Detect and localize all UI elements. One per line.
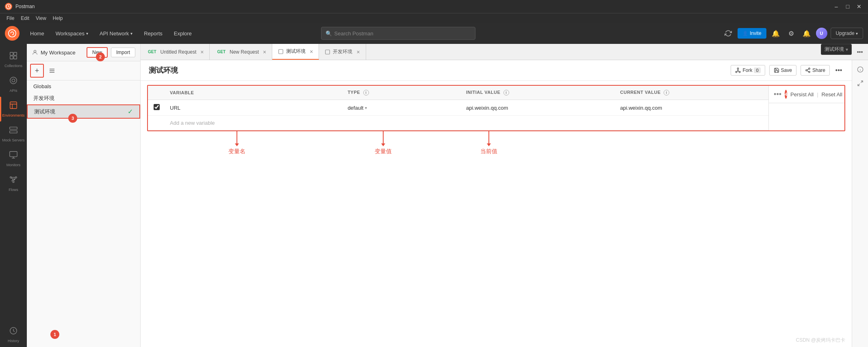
row-checkbox-cell[interactable] bbox=[148, 100, 164, 116]
mock-servers-label: Mock Servers bbox=[2, 138, 24, 142]
sidebar-item-environments[interactable]: Environments bbox=[0, 97, 27, 121]
workspaces-button[interactable]: Workspaces ▾ bbox=[52, 28, 92, 39]
settings-icon[interactable]: ⚙ bbox=[785, 27, 797, 39]
row-checkbox[interactable] bbox=[154, 104, 160, 110]
search-box[interactable]: 🔍 Search Postman bbox=[321, 27, 475, 40]
row-actions-more[interactable]: ••• bbox=[774, 90, 781, 99]
var-val-label: 变量值 bbox=[375, 148, 392, 155]
th-variable: VARIABLE bbox=[164, 86, 342, 100]
tab-label-test-env: 测试环境 bbox=[286, 48, 306, 55]
env-selector-arrow[interactable]: ▾ bbox=[846, 47, 848, 52]
sidebar-item-mock-servers[interactable]: Mock Servers bbox=[0, 121, 27, 146]
user-avatar[interactable]: U bbox=[816, 28, 827, 39]
tab-method-get2: GET bbox=[215, 49, 227, 55]
notification-icon[interactable]: 🔔 bbox=[801, 27, 813, 39]
toolbar-right: 👤 Invite 🔔 ⚙ 🔔 U Upgrade ▾ bbox=[722, 27, 863, 39]
tab-dev-env[interactable]: 开发环境 × bbox=[319, 44, 366, 60]
th-current-value: CURRENT VALUE i bbox=[614, 86, 768, 100]
reset-all-button[interactable]: Reset All bbox=[822, 91, 842, 98]
close-button[interactable]: ✕ bbox=[855, 2, 863, 11]
type-info-icon[interactable]: i bbox=[363, 90, 369, 95]
svg-point-15 bbox=[13, 181, 14, 183]
reports-button[interactable]: Reports bbox=[140, 28, 167, 39]
tab-label-dev-env: 开发环境 bbox=[333, 48, 352, 55]
right-panel-info-button[interactable] bbox=[854, 63, 866, 76]
env-item-develop[interactable]: 开发环境 bbox=[27, 92, 140, 104]
fork-count: 0 bbox=[754, 67, 760, 73]
menubar: File Edit View Help bbox=[0, 13, 868, 23]
minimize-button[interactable]: – bbox=[832, 2, 840, 11]
menu-file[interactable]: File bbox=[3, 13, 17, 23]
env-table-outer: VARIABLE TYPE i INITIAL VALUE bbox=[147, 85, 845, 131]
svg-line-34 bbox=[861, 81, 863, 83]
svg-rect-21 bbox=[279, 49, 283, 54]
menu-edit[interactable]: Edit bbox=[17, 13, 33, 23]
add-variable-row[interactable]: Add a new variable bbox=[148, 116, 768, 130]
api-network-button[interactable]: API Network ▾ bbox=[95, 28, 137, 39]
explore-button[interactable]: Explore bbox=[170, 28, 196, 39]
activity-bar: Collections APIs Environments Mock Serve… bbox=[0, 44, 27, 347]
menu-view[interactable]: View bbox=[33, 13, 50, 23]
invite-button[interactable]: 👤 Invite bbox=[738, 28, 766, 39]
menu-help[interactable]: Help bbox=[50, 13, 66, 23]
search-container: 🔍 Search Postman bbox=[321, 27, 475, 40]
sidebar: My Workspace New Import 2 + Globals 开发环境 bbox=[27, 44, 141, 347]
sidebar-item-history[interactable]: History bbox=[0, 322, 27, 347]
env-more-button[interactable]: ••• bbox=[834, 65, 844, 75]
list-view-button[interactable] bbox=[46, 65, 58, 76]
flows-label: Flows bbox=[9, 188, 18, 192]
fork-button[interactable]: Fork 0 bbox=[731, 65, 765, 76]
persist-all-button[interactable]: Persist All bbox=[790, 91, 814, 98]
workspace-label: My Workspace bbox=[32, 49, 83, 56]
add-env-button[interactable]: + bbox=[31, 65, 43, 76]
type-select[interactable]: default ▾ bbox=[347, 105, 455, 111]
tab-new-request[interactable]: GET New Request × bbox=[210, 44, 272, 60]
row-current-value-cell[interactable]: api.weixin.qq.com bbox=[614, 100, 768, 116]
env-header: 测试环境 Fork 0 Save Share bbox=[141, 60, 852, 81]
sidebar-item-apis[interactable]: APIs bbox=[0, 72, 27, 97]
home-button[interactable]: Home bbox=[26, 28, 48, 39]
save-icon bbox=[774, 67, 779, 73]
collections-icon bbox=[9, 51, 18, 62]
tab-close-2[interactable]: × bbox=[263, 49, 266, 55]
tabs-bar: GET Untitled Request × GET New Request ×… bbox=[141, 44, 868, 60]
row-type-cell[interactable]: default ▾ bbox=[342, 100, 460, 116]
env-actions: Fork 0 Save Share ••• bbox=[731, 65, 844, 76]
sidebar-item-monitors[interactable]: Monitors bbox=[0, 146, 27, 171]
maximize-button[interactable]: □ bbox=[844, 2, 852, 11]
tab-close-1[interactable]: × bbox=[200, 49, 204, 55]
active-env-check: ✓ bbox=[128, 108, 133, 115]
sidebar-item-flows[interactable]: Flows bbox=[0, 171, 27, 196]
env-item-test[interactable]: 测试环境 ✓ 3 bbox=[27, 104, 140, 119]
app-logo bbox=[5, 3, 12, 10]
mock-servers-icon bbox=[9, 126, 18, 137]
tab-close-3[interactable]: × bbox=[310, 48, 313, 55]
tab-label-new: New Request bbox=[230, 49, 259, 55]
svg-point-7 bbox=[12, 79, 15, 82]
add-variable-cell[interactable]: Add a new variable bbox=[164, 116, 768, 130]
row-variable-cell[interactable]: URL bbox=[164, 100, 342, 116]
right-panel-expand-button[interactable] bbox=[854, 77, 866, 89]
sidebar-toolbar: + bbox=[27, 61, 140, 80]
sync-icon[interactable] bbox=[722, 27, 734, 39]
tab-untitled-request[interactable]: GET Untitled Request × bbox=[141, 44, 210, 60]
import-button[interactable]: Import bbox=[111, 48, 135, 57]
upgrade-button[interactable]: Upgrade ▾ bbox=[831, 28, 863, 39]
sidebar-item-collections[interactable]: Collections bbox=[0, 47, 27, 72]
globals-item[interactable]: Globals bbox=[27, 80, 140, 92]
curr-val-arrow-tip bbox=[487, 143, 491, 146]
current-info-icon[interactable]: i bbox=[664, 90, 669, 95]
initial-info-icon[interactable]: i bbox=[503, 90, 509, 95]
row-initial-value-cell[interactable]: api.weixin.qq.com bbox=[460, 100, 614, 116]
more-tabs-button[interactable]: ••• bbox=[855, 47, 865, 57]
tab-test-env[interactable]: 测试环境 × bbox=[272, 44, 319, 60]
share-button[interactable]: Share bbox=[801, 65, 830, 76]
svg-rect-11 bbox=[10, 152, 17, 157]
search-placeholder: Search Postman bbox=[334, 30, 373, 37]
th-type: TYPE i bbox=[342, 86, 460, 100]
env-list: Globals 开发环境 测试环境 ✓ 3 bbox=[27, 80, 140, 347]
table-side-panel: ••• 4 Persist All | Reset All bbox=[768, 86, 844, 130]
save-button[interactable]: Save bbox=[769, 65, 796, 76]
bell-icon[interactable]: 🔔 bbox=[770, 27, 782, 39]
tab-close-4[interactable]: × bbox=[356, 49, 360, 55]
